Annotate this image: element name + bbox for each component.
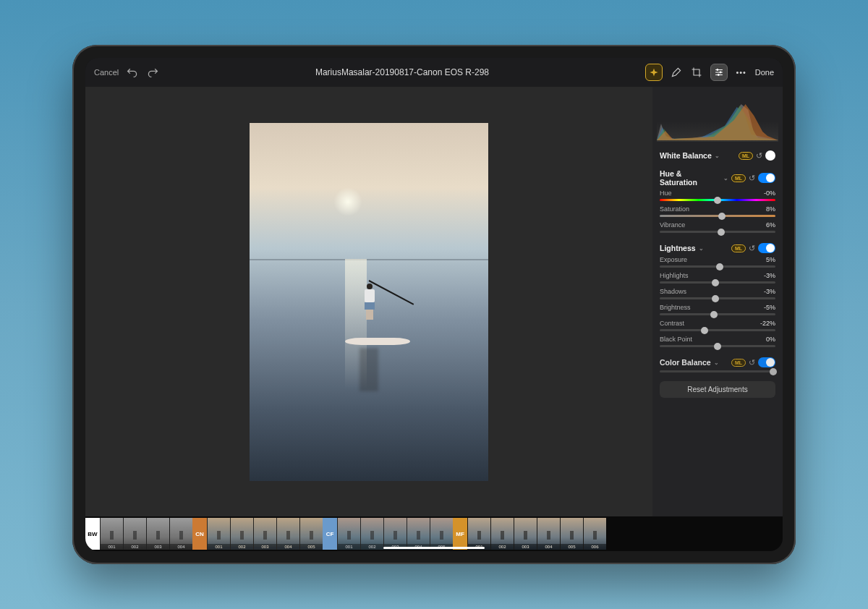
slider-knob[interactable] xyxy=(770,368,777,375)
filmstrip-thumb[interactable]: 002 xyxy=(490,518,514,550)
filmstrip-thumb[interactable]: 001 xyxy=(100,518,123,550)
slider-knob[interactable] xyxy=(712,279,719,286)
chevron-down-icon: ⌄ xyxy=(723,175,728,182)
slider-track[interactable] xyxy=(660,345,775,347)
slider-knob[interactable] xyxy=(716,263,723,271)
hue-saturation-toggle[interactable] xyxy=(758,173,775,183)
section-white-balance: White Balance⌄ ML ↺ xyxy=(652,146,783,165)
filmstrip-thumb[interactable]: 002 xyxy=(123,518,146,550)
adjustments-panel: White Balance⌄ ML ↺ Hue & Saturation⌄ ML… xyxy=(652,87,783,516)
retouch-button[interactable] xyxy=(670,66,683,79)
slider-knob[interactable] xyxy=(718,229,725,236)
filmstrip-thumb[interactable]: 003 xyxy=(146,518,169,550)
white-balance-picker[interactable] xyxy=(765,150,775,161)
filmstrip-thumb[interactable]: 001 xyxy=(207,518,230,550)
slider-track[interactable] xyxy=(660,199,775,201)
white-balance-title[interactable]: White Balance⌄ xyxy=(660,151,736,160)
undo-button[interactable] xyxy=(126,66,139,79)
adjust-button[interactable] xyxy=(710,64,728,81)
slider-value: -22% xyxy=(760,320,775,327)
slider-knob[interactable] xyxy=(714,197,721,204)
filmstrip-thumb[interactable]: 004 xyxy=(276,518,299,550)
ml-badge[interactable]: ML xyxy=(739,152,753,160)
reset-section-button[interactable]: ↺ xyxy=(749,358,755,367)
preset-badge-bw[interactable]: BW xyxy=(85,518,100,550)
slider-track[interactable] xyxy=(660,281,775,284)
slider-track[interactable] xyxy=(660,265,775,268)
filmstrip-thumb[interactable]: 001 xyxy=(337,518,360,550)
hue-sat-sliders: Hue-0%Saturation8%Vibrance6% xyxy=(660,189,775,233)
preset-badge-cf[interactable]: CF xyxy=(323,518,337,550)
undo-icon xyxy=(127,67,138,78)
more-button[interactable]: ••• xyxy=(735,66,748,79)
slider-track[interactable] xyxy=(660,297,775,299)
home-indicator[interactable] xyxy=(383,547,485,549)
slider-track[interactable] xyxy=(660,313,775,315)
thumb-number: 003 xyxy=(147,544,169,550)
section-color-balance: Color Balance⌄ ML ↺ xyxy=(652,353,783,378)
ml-enhance-button[interactable] xyxy=(645,64,663,81)
canvas[interactable] xyxy=(85,87,652,516)
slider-label: Exposure xyxy=(660,256,687,263)
crop-button[interactable] xyxy=(690,66,703,79)
slider-label: Hue xyxy=(660,189,672,197)
filmstrip-thumb[interactable]: 006 xyxy=(583,518,606,550)
slider-knob[interactable] xyxy=(701,327,708,334)
reset-adjustments-button[interactable]: Reset Adjustments xyxy=(660,381,775,398)
filmstrip-thumb[interactable]: 003 xyxy=(253,518,276,550)
slider-value: 5% xyxy=(766,256,775,263)
slider-label: Highlights xyxy=(660,272,689,279)
filmstrip-thumb[interactable]: 004 xyxy=(169,518,192,550)
thumb-number: 001 xyxy=(208,544,230,550)
ml-badge[interactable]: ML xyxy=(731,244,746,252)
filmstrip-thumb[interactable]: 005 xyxy=(560,518,583,550)
cancel-button[interactable]: Cancel xyxy=(94,68,119,77)
color-balance-toggle[interactable] xyxy=(758,357,775,367)
ml-badge[interactable]: ML xyxy=(731,174,746,182)
thumb-number: 002 xyxy=(231,544,253,550)
redo-button[interactable] xyxy=(146,66,159,79)
lightness-toggle[interactable] xyxy=(758,243,775,253)
main-area: White Balance⌄ ML ↺ Hue & Saturation⌄ ML… xyxy=(85,87,783,516)
slider-track[interactable] xyxy=(660,231,775,233)
slider-value: 6% xyxy=(766,221,775,229)
done-button[interactable]: Done xyxy=(755,68,774,77)
slider-knob[interactable] xyxy=(714,343,721,350)
preset-badge-cn[interactable]: CN xyxy=(192,518,207,550)
slider-label: Contrast xyxy=(660,320,684,327)
slider-track[interactable] xyxy=(660,215,775,217)
color-balance-title[interactable]: Color Balance⌄ xyxy=(660,358,728,367)
reset-section-button[interactable]: ↺ xyxy=(749,174,755,183)
filmstrip-thumb[interactable]: 003 xyxy=(514,518,537,550)
filmstrip-thumb[interactable]: 005 xyxy=(430,518,453,550)
filmstrip-thumb[interactable]: 005 xyxy=(299,518,323,550)
lightness-title[interactable]: Lightness⌄ xyxy=(660,244,728,252)
pencil-icon xyxy=(671,67,682,78)
histogram xyxy=(657,91,778,142)
filmstrip-thumb[interactable]: 003 xyxy=(383,518,407,550)
slider-knob[interactable] xyxy=(710,311,718,318)
reset-section-button[interactable]: ↺ xyxy=(756,151,762,161)
filmstrip-thumb[interactable]: 001 xyxy=(467,518,490,550)
slider-label: Black Point xyxy=(660,336,692,343)
filmstrip[interactable]: BW001002003004CN001002003004005CF0010020… xyxy=(85,516,783,551)
svg-point-0 xyxy=(716,69,718,71)
slider-track[interactable] xyxy=(660,329,775,331)
slider-shadows: Shadows-3% xyxy=(660,288,775,299)
ml-badge[interactable]: ML xyxy=(731,359,746,367)
slider-knob[interactable] xyxy=(718,213,726,220)
filmstrip-thumb[interactable]: 002 xyxy=(230,518,253,550)
preset-badge-mf[interactable]: MF xyxy=(453,518,467,550)
crop-icon xyxy=(691,67,702,78)
slider-value: -3% xyxy=(764,288,775,295)
thumb-number: 004 xyxy=(537,544,560,550)
slider-exposure: Exposure5% xyxy=(660,256,775,268)
slider-knob[interactable] xyxy=(712,295,719,302)
hue-saturation-title[interactable]: Hue & Saturation⌄ xyxy=(660,169,728,187)
filmstrip-thumb[interactable]: 002 xyxy=(360,518,383,550)
filmstrip-thumb[interactable]: 004 xyxy=(407,518,430,550)
reset-section-button[interactable]: ↺ xyxy=(749,244,755,253)
app-screen: Cancel MariusMasalar-20190817-Canon EOS … xyxy=(85,58,783,551)
slider-highlights: Highlights-3% xyxy=(660,272,775,284)
filmstrip-thumb[interactable]: 004 xyxy=(537,518,560,550)
